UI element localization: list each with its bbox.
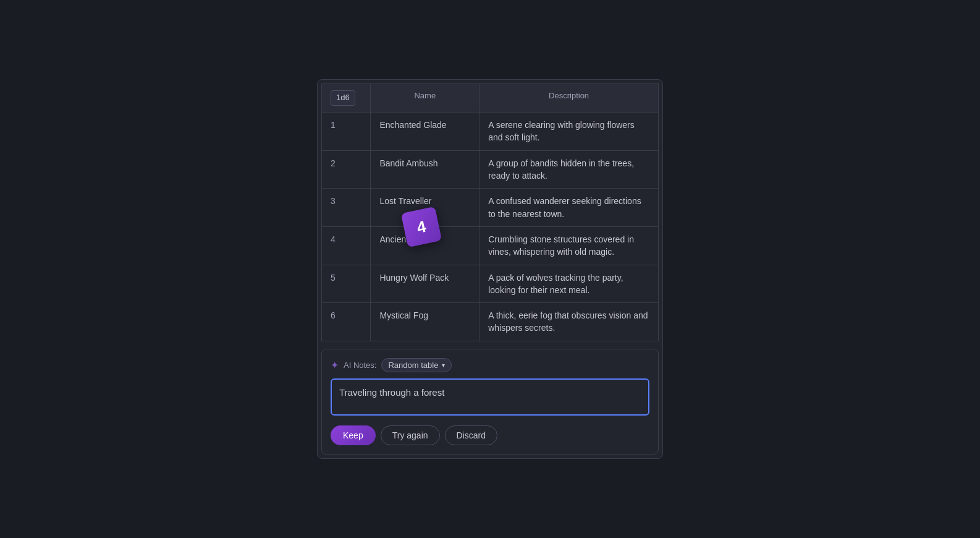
ai-textarea[interactable]	[331, 378, 649, 416]
main-panel: 1d6 Name Description 1Enchanted GladeA s…	[317, 79, 663, 458]
ai-dropdown-label: Random table	[388, 361, 438, 370]
cell-desc-5: A pack of wolves tracking the party, loo…	[479, 265, 659, 303]
dice-symbol: 4	[415, 217, 428, 237]
ai-actions: Keep Try again Discard	[331, 425, 649, 445]
dice-badge[interactable]: 1d6	[331, 90, 355, 106]
cell-desc-4: Crumbling stone structures covered in vi…	[479, 226, 659, 265]
cell-name-1: Enchanted Glade	[371, 113, 479, 151]
cell-dice-5: 5	[322, 265, 371, 303]
cell-name-5: Hungry Wolf Pack	[371, 265, 479, 303]
keep-button[interactable]: Keep	[331, 425, 376, 445]
discard-button[interactable]: Discard	[445, 425, 497, 445]
cell-desc-6: A thick, eerie fog that obscures vision …	[479, 303, 659, 341]
col-header-name: Name	[371, 84, 479, 113]
cell-desc-2: A group of bandits hidden in the trees, …	[479, 150, 659, 189]
table-row: 1Enchanted GladeA serene clearing with g…	[322, 113, 659, 151]
ai-notes-label: AI Notes:	[344, 361, 376, 370]
cell-dice-2: 2	[322, 150, 371, 189]
col-header-dice: 1d6	[322, 84, 371, 113]
cell-dice-6: 6	[322, 303, 371, 341]
cell-dice-4: 4	[322, 226, 371, 265]
cell-dice-1: 1	[322, 113, 371, 151]
content-wrapper: 1d6 Name Description 1Enchanted GladeA s…	[318, 80, 662, 458]
table-row: 2Bandit AmbushA group of bandits hidden …	[322, 150, 659, 189]
cell-dice-3: 3	[322, 189, 371, 227]
cell-desc-3: A confused wanderer seeking directions t…	[479, 189, 659, 227]
table-row: 3Lost TravellerA confused wanderer seeki…	[322, 189, 659, 227]
ai-notes-header: ✦ AI Notes: Random table ▾	[331, 358, 649, 372]
cell-desc-1: A serene clearing with glowing flowers a…	[479, 113, 659, 151]
cell-name-2: Bandit Ambush	[371, 150, 479, 189]
table-row: 4Ancient RuinsCrumbling stone structures…	[322, 226, 659, 265]
table-row: 6Mystical FogA thick, eerie fog that obs…	[322, 303, 659, 341]
chevron-down-icon: ▾	[442, 362, 445, 369]
cell-name-6: Mystical Fog	[371, 303, 479, 341]
col-header-desc: Description	[479, 84, 659, 113]
try-again-button[interactable]: Try again	[381, 425, 440, 445]
table-row: 5Hungry Wolf PackA pack of wolves tracki…	[322, 265, 659, 303]
ai-dropdown[interactable]: Random table ▾	[381, 358, 452, 372]
random-table: 1d6 Name Description 1Enchanted GladeA s…	[321, 83, 659, 341]
ai-sparkle-icon: ✦	[331, 359, 339, 371]
ai-notes-panel: ✦ AI Notes: Random table ▾ Keep Try agai…	[321, 349, 659, 455]
dice-float-icon: 4	[401, 207, 442, 247]
